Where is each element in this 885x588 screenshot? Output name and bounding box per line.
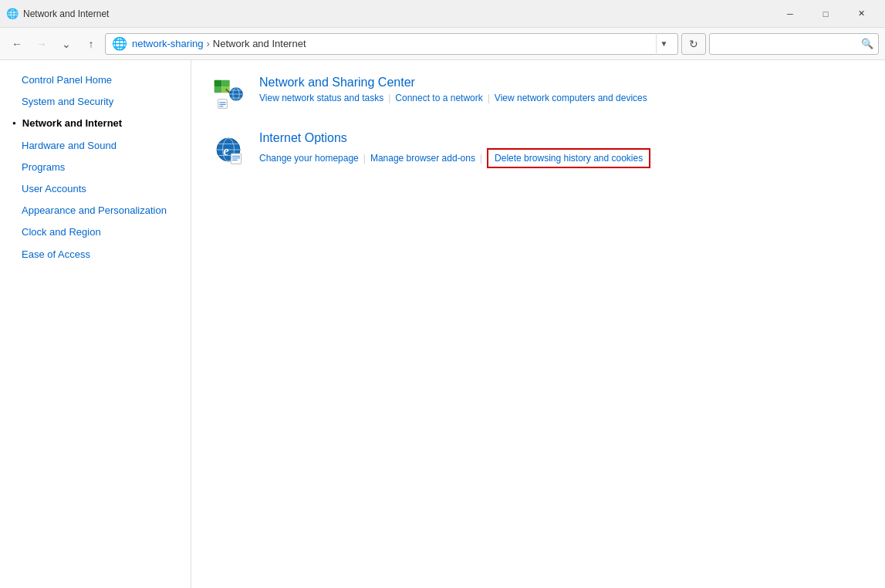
divider-1: | <box>388 93 390 103</box>
path-network-internet: Network and Internet <box>213 38 306 49</box>
svg-rect-20 <box>231 154 241 164</box>
search-box: 🔍 <box>709 33 879 55</box>
manage-addons-link[interactable]: Manage browser add-ons <box>370 153 475 164</box>
view-computers-link[interactable]: View network computers and devices <box>495 93 647 103</box>
title-bar-controls: ─ □ ✕ <box>772 2 879 25</box>
sidebar-item-control-panel-home[interactable]: Control Panel Home <box>0 69 191 91</box>
divider-3: | <box>363 153 366 164</box>
view-network-status-link[interactable]: View network status and tasks <box>259 93 383 103</box>
address-path: network-sharing › Network and Internet <box>132 38 651 49</box>
delete-history-link[interactable]: Delete browsing history and cookies <box>495 153 643 164</box>
network-sharing-body: Network and Sharing Center View network … <box>259 76 866 103</box>
svg-text:e: e <box>223 144 229 158</box>
change-homepage-link[interactable]: Change your homepage <box>259 153 359 164</box>
refresh-button[interactable]: ↻ <box>681 33 706 55</box>
sidebar-item-appearance-personalization[interactable]: Appearance and Personalization <box>0 200 191 221</box>
address-bar: ← → ⌄ ↑ 🌐 network-sharing › Network and … <box>0 28 885 60</box>
title-bar-left: 🌐 Network and Internet <box>6 8 109 20</box>
search-input[interactable] <box>714 38 861 49</box>
restore-button[interactable]: □ <box>808 2 843 25</box>
sidebar-item-system-security[interactable]: System and Security <box>0 91 191 113</box>
network-sharing-section: Network and Sharing Center View network … <box>210 76 866 113</box>
address-field[interactable]: 🌐 network-sharing › Network and Internet… <box>105 33 678 55</box>
sidebar-item-programs[interactable]: Programs <box>0 157 191 178</box>
sidebar-item-user-accounts[interactable]: User Accounts <box>0 178 191 200</box>
main-container: Control Panel Home System and Security N… <box>0 60 885 588</box>
connect-network-link[interactable]: Connect to a network <box>395 93 482 103</box>
sidebar-item-ease-of-access[interactable]: Ease of Access <box>0 244 191 265</box>
svg-rect-10 <box>218 100 228 109</box>
svg-rect-0 <box>214 80 222 86</box>
window-icon: 🌐 <box>6 8 19 20</box>
network-sharing-title[interactable]: Network and Sharing Center <box>259 76 866 90</box>
forward-button[interactable]: → <box>31 33 52 55</box>
sidebar-item-network-internet[interactable]: Network and Internet <box>0 113 191 134</box>
sidebar-item-hardware-sound[interactable]: Hardware and Sound <box>0 135 191 157</box>
minimize-button[interactable]: ─ <box>772 2 808 25</box>
address-icon: 🌐 <box>112 36 127 51</box>
svg-rect-2 <box>214 86 222 93</box>
back-button[interactable]: ← <box>6 33 28 55</box>
address-dropdown-button[interactable]: ▼ <box>656 33 671 55</box>
close-button[interactable]: ✕ <box>843 2 879 25</box>
network-sharing-icon <box>210 76 247 113</box>
internet-options-links: Change your homepage | Manage browser ad… <box>259 148 866 168</box>
divider-2: | <box>488 93 490 103</box>
up-button[interactable]: ↑ <box>80 33 102 55</box>
sidebar-item-clock-region[interactable]: Clock and Region <box>0 221 191 243</box>
content-area: Network and Sharing Center View network … <box>191 60 885 588</box>
internet-options-body: Internet Options Change your homepage | … <box>259 131 866 168</box>
internet-options-section: e Internet Options Change your homepage … <box>210 131 866 168</box>
recent-button[interactable]: ⌄ <box>56 33 77 55</box>
path-separator-1: › <box>207 38 210 49</box>
network-icon-svg <box>213 79 244 110</box>
path-control-panel[interactable]: network-sharing <box>132 38 204 49</box>
sidebar: Control Panel Home System and Security N… <box>0 60 191 588</box>
window-title: Network and Internet <box>23 8 109 19</box>
internet-options-icon-svg: e <box>213 134 244 165</box>
internet-options-title[interactable]: Internet Options <box>259 131 866 145</box>
divider-4: | <box>480 153 482 164</box>
network-sharing-links: View network status and tasks | Connect … <box>259 93 866 103</box>
internet-options-icon: e <box>210 131 247 168</box>
delete-history-highlight-box: Delete browsing history and cookies <box>487 148 650 168</box>
title-bar: 🌐 Network and Internet ─ □ ✕ <box>0 0 885 28</box>
search-button[interactable]: 🔍 <box>861 38 873 49</box>
svg-rect-1 <box>222 80 230 86</box>
